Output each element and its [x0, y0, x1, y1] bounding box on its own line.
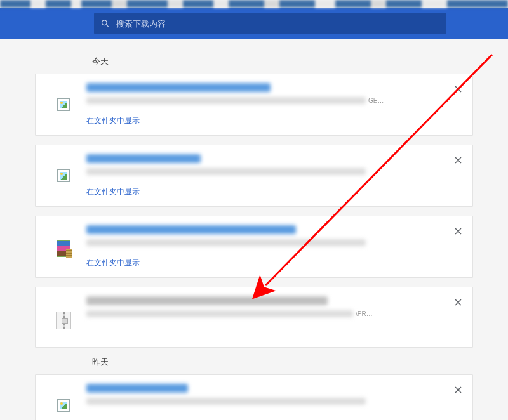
remove-download-button[interactable]	[452, 225, 464, 237]
close-icon	[455, 86, 462, 93]
download-url-obscured	[86, 168, 366, 175]
close-icon	[455, 228, 462, 235]
download-url-tail: \PR…	[356, 310, 373, 317]
browser-tabstrip	[0, 0, 508, 8]
remove-download-button[interactable]	[452, 384, 464, 395]
remove-download-button[interactable]	[452, 83, 464, 95]
download-url-tail: GE…	[368, 97, 384, 104]
download-url-obscured	[86, 239, 366, 246]
search-icon	[100, 18, 110, 29]
download-title-obscured[interactable]	[86, 384, 188, 393]
image-file-icon	[57, 169, 70, 182]
close-icon	[455, 299, 462, 306]
close-icon	[455, 386, 462, 393]
section-label-yesterday: 昨天	[92, 357, 473, 368]
section-label-today: 今天	[92, 56, 473, 67]
close-icon	[455, 157, 462, 164]
remove-download-button[interactable]	[452, 296, 464, 308]
search-input[interactable]	[116, 19, 440, 29]
svg-line-1	[106, 25, 108, 27]
show-in-folder-link[interactable]: 在文件夹中显示	[86, 187, 140, 197]
image-file-icon	[57, 98, 70, 111]
winrar-file-icon	[57, 240, 70, 257]
show-in-folder-link[interactable]: 在文件夹中显示	[86, 258, 140, 268]
download-title-obscured[interactable]	[86, 154, 201, 163]
zip-file-icon	[56, 312, 71, 329]
downloads-content: 今天 GE…在文件夹中显示在文件夹中显示在文件夹中显示\PR… 昨天	[0, 39, 508, 420]
image-file-icon	[57, 399, 70, 412]
download-item: 在文件夹中显示	[35, 216, 473, 278]
show-in-folder-link[interactable]: 在文件夹中显示	[86, 115, 140, 126]
download-item	[35, 374, 473, 420]
download-url-obscured	[86, 97, 366, 104]
download-url-obscured	[86, 398, 366, 405]
download-item: GE…在文件夹中显示	[35, 74, 473, 136]
search-box[interactable]	[94, 13, 446, 34]
download-item: 在文件夹中显示	[35, 145, 473, 207]
download-title-obscured[interactable]	[86, 225, 296, 234]
download-title-obscured[interactable]	[86, 83, 271, 92]
download-item: \PR…	[35, 287, 473, 348]
remove-download-button[interactable]	[452, 154, 464, 166]
download-url-obscured	[86, 310, 353, 317]
svg-point-0	[102, 20, 107, 25]
downloads-header	[0, 8, 508, 39]
download-title-obscured[interactable]	[86, 296, 328, 305]
